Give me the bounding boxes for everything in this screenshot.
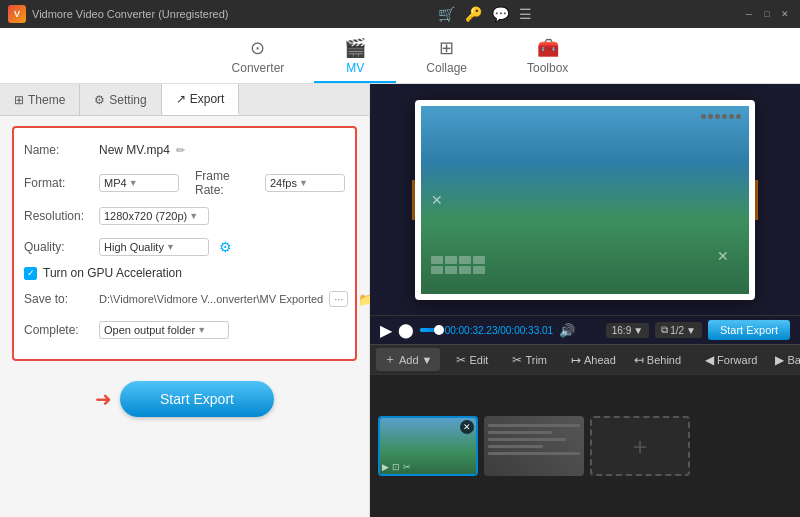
title-bar-left: V Vidmore Video Converter (Unregistered) <box>8 5 228 23</box>
tab-collage[interactable]: ⊞ Collage <box>396 31 497 83</box>
toolbox-label: Toolbox <box>527 61 568 75</box>
theme-label: Theme <box>28 93 65 107</box>
quality-row: Quality: High Quality ▼ ⚙ <box>24 235 345 259</box>
forward-label: Forward <box>717 354 757 366</box>
name-label: Name: <box>24 143 99 157</box>
preview-x-mark-2: ✕ <box>717 248 729 264</box>
dot-6 <box>736 114 741 119</box>
chat-icon[interactable]: 💬 <box>492 6 509 22</box>
app-logo: V <box>8 5 26 23</box>
quality-select[interactable]: High Quality ▼ <box>99 238 209 256</box>
add-clip-icon[interactable]: ＋ <box>628 430 652 462</box>
complete-arrow-icon: ▼ <box>197 325 206 335</box>
add-clip[interactable]: ＋ <box>590 416 690 476</box>
add-button[interactable]: ＋ Add ▼ <box>376 348 440 371</box>
ahead-label: Ahead <box>584 354 616 366</box>
add-arrow-icon: ▼ <box>422 354 433 366</box>
clip-play-icon: ▶ <box>382 462 389 472</box>
minimize-button[interactable]: ─ <box>742 7 756 21</box>
gpu-row: ✓ Turn on GPU Acceleration <box>24 266 345 280</box>
edit-button[interactable]: ✂ Edit <box>448 350 496 370</box>
format-arrow-icon: ▼ <box>129 178 138 188</box>
maximize-button[interactable]: □ <box>760 7 774 21</box>
resolution-select[interactable]: 1280x720 (720p) ▼ <box>99 207 209 225</box>
setting-icon: ⚙ <box>94 93 105 107</box>
forward-icon: ◀ <box>705 353 714 367</box>
complete-row: Complete: Open output folder ▼ <box>24 318 345 342</box>
complete-label: Complete: <box>24 323 99 337</box>
behind-button[interactable]: ↤ Behind <box>626 350 689 370</box>
copy-button[interactable]: ⧉ 1/2 ▼ <box>655 322 702 338</box>
grid-item <box>459 266 471 274</box>
left-panel: ⊞ Theme ⚙ Setting ↗ Export Name: New MV.… <box>0 84 370 517</box>
trim-label: Trim <box>525 354 547 366</box>
edit-icon[interactable]: ✏ <box>176 144 185 157</box>
complete-select[interactable]: Open output folder ▼ <box>99 321 229 339</box>
time-display: 00:00:32.23/00:00:33.01 <box>445 325 553 336</box>
behind-label: Behind <box>647 354 681 366</box>
backward-label: Backward <box>787 354 800 366</box>
export-box: Name: New MV.mp4 ✏ Format: MP4 ▼ Frame <box>12 126 357 361</box>
tab-converter[interactable]: ⊙ Converter <box>202 31 315 83</box>
copy-arrow-icon: ▼ <box>686 325 696 336</box>
format-value: MP4 <box>104 177 127 189</box>
stop-button[interactable]: ⬤ <box>398 322 414 338</box>
toolbox-icon: 🧰 <box>537 37 559 59</box>
gpu-checkbox[interactable]: ✓ <box>24 267 37 280</box>
volume-icon[interactable]: 🔊 <box>559 323 575 338</box>
export-label: Export <box>190 92 225 106</box>
dots-button[interactable]: ··· <box>329 291 348 307</box>
ratio-arrow-icon: ▼ <box>633 325 643 336</box>
app-title: Vidmore Video Converter (Unregistered) <box>32 8 228 20</box>
menu-icon[interactable]: ☰ <box>519 6 532 22</box>
tab-mv[interactable]: 🎬 MV <box>314 31 396 83</box>
trim-button[interactable]: ✂ Trim <box>504 350 555 370</box>
behind-icon: ↤ <box>634 353 644 367</box>
collage-icon: ⊞ <box>439 37 454 59</box>
quality-value-container: High Quality ▼ ⚙ <box>99 238 345 256</box>
tab-toolbox[interactable]: 🧰 Toolbox <box>497 31 598 83</box>
sub-tab-setting[interactable]: ⚙ Setting <box>80 84 161 115</box>
play-button[interactable]: ▶ <box>380 321 392 340</box>
complete-value-container: Open output folder ▼ <box>99 321 345 339</box>
name-row: Name: New MV.mp4 ✏ <box>24 138 345 162</box>
ahead-button[interactable]: ↦ Ahead <box>563 350 624 370</box>
edit-label: Edit <box>469 354 488 366</box>
quality-value: High Quality <box>104 241 164 253</box>
clip-1[interactable]: ✕ ▶ ⊡ ✂ <box>378 416 478 476</box>
backward-button[interactable]: ▶ Backward <box>767 350 800 370</box>
clip-2[interactable] <box>484 416 584 476</box>
ratio-button[interactable]: 16:9 ▼ <box>606 323 649 338</box>
preview-area: ✕ ✕ <box>370 84 800 315</box>
cart-icon[interactable]: 🛒 <box>438 6 455 22</box>
format-select[interactable]: MP4 ▼ <box>99 174 179 192</box>
line-2 <box>488 431 552 434</box>
title-bar-icons: 🛒 🔑 💬 ☰ <box>438 6 532 22</box>
title-bar: V Vidmore Video Converter (Unregistered)… <box>0 0 800 28</box>
name-value: New MV.mp4 <box>99 143 170 157</box>
arrow-hint-icon: ➜ <box>95 387 112 411</box>
edit-icon: ✂ <box>456 353 466 367</box>
start-export-button[interactable]: Start Export <box>120 381 274 417</box>
progress-bar[interactable] <box>420 328 439 332</box>
nav-tabs: ⊙ Converter 🎬 MV ⊞ Collage 🧰 Toolbox <box>0 28 800 84</box>
dot-3 <box>715 114 720 119</box>
forward-button[interactable]: ◀ Forward <box>697 350 765 370</box>
ratio-value: 16:9 <box>612 325 631 336</box>
resolution-value-container: 1280x720 (720p) ▼ <box>99 207 345 225</box>
preview-grid <box>431 256 485 274</box>
close-button[interactable]: ✕ <box>778 7 792 21</box>
theme-icon: ⊞ <box>14 93 24 107</box>
clip-close-icon[interactable]: ✕ <box>460 420 474 434</box>
converter-icon: ⊙ <box>250 37 265 59</box>
sub-tab-theme[interactable]: ⊞ Theme <box>0 84 80 115</box>
sub-tab-export[interactable]: ↗ Export <box>162 84 240 115</box>
gear-icon[interactable]: ⚙ <box>219 239 232 255</box>
frame-rate-select[interactable]: 24fps ▼ <box>265 174 345 192</box>
save-value-container: D:\Vidmore\Vidmore V...onverter\MV Expor… <box>99 291 374 307</box>
ahead-icon: ↦ <box>571 353 581 367</box>
key-icon[interactable]: 🔑 <box>465 6 482 22</box>
clip-controls-bottom: ▶ ⊡ ✂ <box>382 462 474 472</box>
dot-1 <box>701 114 706 119</box>
start-export-right-button[interactable]: Start Export <box>708 320 790 340</box>
